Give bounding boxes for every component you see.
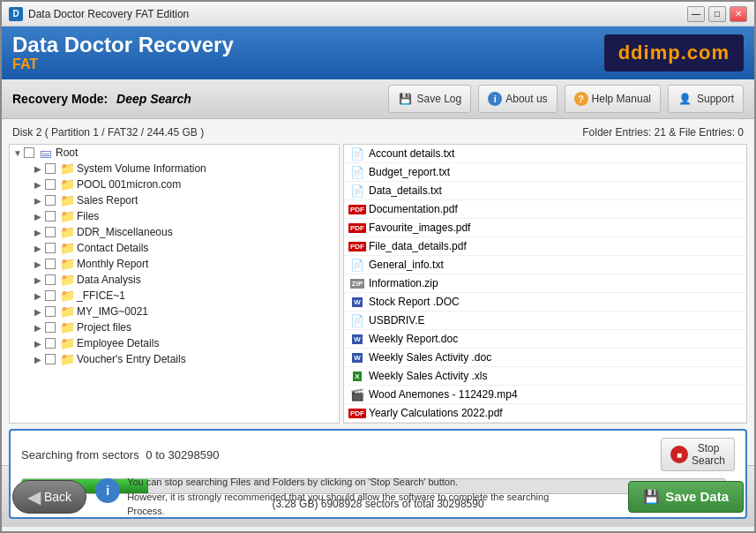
tree-item[interactable]: ▶ 📁 Voucher's Entry Details <box>10 351 339 367</box>
file-list-panel[interactable]: 📄 Account details.txt 📄 Budget_report.tx… <box>343 144 747 424</box>
help-icon: ? <box>574 92 588 106</box>
back-button[interactable]: ◀ Back <box>12 480 86 514</box>
tree-item[interactable]: ▶ 📁 Project files <box>10 319 339 335</box>
tree-item[interactable]: ▶ 📁 Sales Report <box>10 192 339 208</box>
expand-icon: ▶ <box>34 244 45 253</box>
stop-search-button[interactable]: ■ Stop Search <box>661 438 735 471</box>
info-icon: i <box>488 92 502 106</box>
tree-root-label: Root <box>56 146 78 159</box>
tree-checkbox[interactable] <box>45 243 56 253</box>
tree-checkbox[interactable] <box>24 147 34 158</box>
help-manual-button[interactable]: ? Help Manual <box>565 85 661 113</box>
file-row[interactable]: X Weekly Sales Activity .xls <box>344 367 746 386</box>
file-pdf-icon: PDF <box>349 202 365 216</box>
tree-checkbox[interactable] <box>45 274 56 285</box>
file-doc-icon: W <box>349 350 365 364</box>
tree-checkbox[interactable] <box>45 259 56 269</box>
expand-icon: ▶ <box>34 291 45 301</box>
window-controls: — □ ✕ <box>687 6 747 22</box>
tree-item[interactable]: ▶ 📁 Employee Details <box>10 335 339 351</box>
tree-checkbox[interactable] <box>45 195 56 206</box>
file-row[interactable]: PDF Yearly Calculations 2022.pdf <box>344 404 746 423</box>
tree-checkbox[interactable] <box>45 306 56 317</box>
hdd-icon: 🖴 <box>39 146 53 159</box>
tree-item-root[interactable]: ▼ 🖴 Root <box>10 145 339 161</box>
file-txt-icon: 📄 <box>349 258 365 272</box>
file-row[interactable]: 📄 Budget_report.txt <box>344 163 746 182</box>
save-log-button[interactable]: 💾 Save Log <box>388 85 472 113</box>
file-row[interactable]: W Weekly Sales Activity .doc <box>344 349 746 367</box>
tree-panel[interactable]: ▼ 🖴 Root ▶ 📁 System Volume Information ▶… <box>9 144 340 424</box>
save-log-icon: 💾 <box>398 91 414 107</box>
tree-checkbox[interactable] <box>45 322 56 333</box>
file-row[interactable]: ZIP Information.zip <box>344 274 746 293</box>
expand-icon: ▶ <box>34 196 45 206</box>
file-pdf-icon: PDF <box>349 239 365 253</box>
close-button[interactable]: ✕ <box>730 6 747 22</box>
folder-icon: 📁 <box>60 289 74 302</box>
file-row[interactable]: PDF File_data_details.pdf <box>344 237 746 256</box>
save-data-button[interactable]: 💾 Save Data <box>628 481 744 513</box>
file-row[interactable]: 🎬 Wood Anemones - 112429.mp4 <box>344 386 746 404</box>
expand-icon: ▶ <box>34 259 45 269</box>
recovery-mode-label: Recovery Mode: Deep Search <box>12 92 381 106</box>
expand-icon: ▶ <box>34 307 45 317</box>
tree-checkbox[interactable] <box>45 354 56 364</box>
tree-item[interactable]: ▶ 📁 DDR_Miscellaneous <box>10 224 339 240</box>
app-subtitle: FAT <box>12 56 604 72</box>
maximize-button[interactable]: □ <box>708 6 726 22</box>
file-pdf-icon: PDF <box>349 406 365 420</box>
support-button[interactable]: 👤 Support <box>668 85 744 113</box>
tree-checkbox[interactable] <box>45 290 56 301</box>
file-row[interactable]: W Weekly Report.doc <box>344 330 746 349</box>
tree-item[interactable]: ▶ 📁 Data Analysis <box>10 272 339 288</box>
file-doc-icon: W <box>349 332 365 346</box>
file-row[interactable]: PDF Documentation.pdf <box>344 200 746 219</box>
file-row[interactable]: 📄 Account details.txt <box>344 145 746 163</box>
tree-checkbox[interactable] <box>45 338 56 349</box>
tree-checkbox[interactable] <box>45 227 56 237</box>
file-pdf-icon: PDF <box>349 221 365 235</box>
app-title-block: Data Doctor Recovery FAT <box>12 34 604 72</box>
tree-item[interactable]: ▶ 📁 POOL 001micron.com <box>10 176 339 192</box>
nav-bar: Recovery Mode: Deep Search 💾 Save Log i … <box>2 79 754 119</box>
tree-checkbox[interactable] <box>45 163 56 174</box>
file-row[interactable]: 📄 Data_details.txt <box>344 182 746 200</box>
tree-checkbox[interactable] <box>45 211 56 221</box>
file-row[interactable]: 📄 USBDRIV.E <box>344 312 746 330</box>
tree-checkbox[interactable] <box>45 179 56 190</box>
tree-item[interactable]: ▶ 📁 Files <box>10 208 339 224</box>
folder-icon: 📁 <box>60 194 74 206</box>
tree-item[interactable]: ▶ 📁 System Volume Information <box>10 161 339 176</box>
file-row[interactable]: W Stock Report .DOC <box>344 293 746 312</box>
folder-icon: 📁 <box>60 305 74 318</box>
file-xls-icon: X <box>349 369 365 383</box>
expand-icon: ▶ <box>34 275 45 285</box>
info-circle-icon: i <box>95 478 120 503</box>
title-bar: D Data Doctor Recovery FAT Edition — □ ✕ <box>2 2 754 26</box>
tree-item[interactable]: ▶ 📁 MY_IMG~0021 <box>10 304 339 319</box>
disk-info: Disk 2 ( Partition 1 / FAT32 / 244.45 GB… <box>9 124 747 140</box>
info-section: i You can stop searching Files and Folde… <box>95 475 619 519</box>
tree-item[interactable]: ▶ 📁 Monthly Report <box>10 256 339 272</box>
tree-item[interactable]: ▶ 📁 Contact Details <box>10 240 339 256</box>
folder-icon: 📁 <box>60 242 74 254</box>
file-doc-icon: W <box>349 295 365 309</box>
file-txt-icon: 📄 <box>349 146 365 161</box>
about-us-button[interactable]: i About us <box>478 85 557 113</box>
folder-icon: 📁 <box>60 321 74 334</box>
file-row[interactable]: PDF Favourite_images.pdf <box>344 219 746 237</box>
app-icon: D <box>9 7 23 21</box>
window-title: Data Doctor Recovery FAT Edition <box>28 8 687 20</box>
app-title: Data Doctor Recovery <box>12 34 604 56</box>
tree-item[interactable]: ▶ 📁 _FFICE~1 <box>10 288 339 304</box>
folder-icon: 📁 <box>60 210 74 222</box>
file-generic-icon: 📄 <box>349 313 365 327</box>
minimize-button[interactable]: — <box>687 6 705 22</box>
folder-icon: 📁 <box>60 178 74 191</box>
disk-info-right: Folder Entries: 21 & File Entries: 0 <box>582 126 744 139</box>
file-row[interactable]: 📄 General_info.txt <box>344 256 746 274</box>
app-logo: ddimp.com <box>604 34 744 71</box>
search-row: Searching from sectors 0 to 30298590 ■ S… <box>21 438 735 471</box>
info-text: You can stop searching Files and Folders… <box>127 475 549 519</box>
